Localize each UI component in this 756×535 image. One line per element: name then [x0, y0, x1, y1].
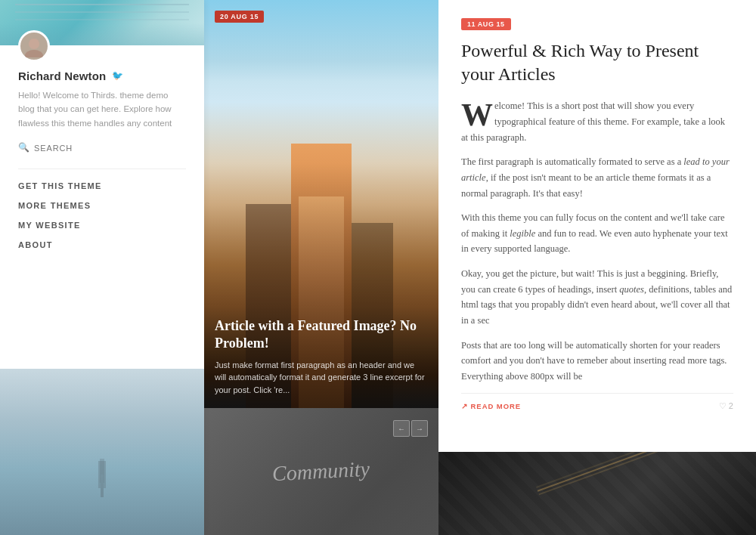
- article-para-2: With this theme you can fully focus on t…: [461, 210, 733, 257]
- article-footer: ↗ READ MORE ♡ 2: [461, 393, 733, 411]
- article-para-0: W elcome! This is a short post that will…: [461, 98, 733, 145]
- nav-arrows: ← →: [393, 420, 428, 437]
- dropcap-letter: W: [461, 103, 493, 128]
- featured-title: Article with a Featured Image? No Proble…: [215, 317, 428, 353]
- author-name: Richard Newton: [18, 70, 106, 82]
- search-input[interactable]: [34, 144, 186, 153]
- article-body: W elcome! This is a short post that will…: [461, 98, 733, 384]
- nav-my-website[interactable]: MY WEBSITE: [18, 221, 186, 230]
- article-para-3: Okay, you get the picture, but wait! Thi…: [461, 266, 733, 329]
- sidebar-divider: [18, 169, 186, 169]
- search-row: 🔍: [0, 142, 204, 153]
- article-para-4: Posts that are too long will be automati…: [461, 338, 733, 385]
- author-bio: Hello! Welcome to Thirds. theme demo blo…: [18, 88, 186, 130]
- featured-date-badge: 20 AUG 15: [215, 11, 264, 23]
- article-para-0-text: elcome! This is a short post that will s…: [461, 101, 725, 142]
- middle-bottom-image: ← → Community: [204, 408, 438, 535]
- like-count[interactable]: ♡ 2: [719, 401, 733, 411]
- sidebar: Richard Newton 🐦 Hello! Welcome to Third…: [0, 0, 204, 535]
- right-bottom-image: [438, 452, 756, 535]
- read-more-link[interactable]: ↗ READ MORE: [461, 402, 521, 410]
- sidebar-info: Richard Newton 🐦 Hello! Welcome to Third…: [0, 62, 204, 142]
- sidebar-bottom-image: [0, 369, 204, 535]
- twitter-icon[interactable]: 🐦: [112, 70, 123, 82]
- avatar: [18, 30, 50, 62]
- next-arrow[interactable]: →: [411, 420, 428, 437]
- author-name-row: Richard Newton 🐦: [18, 70, 186, 82]
- featured-text: Article with a Featured Image? No Proble…: [215, 317, 428, 396]
- prev-arrow[interactable]: ←: [393, 420, 410, 437]
- community-text: Community: [272, 457, 371, 487]
- article-para-1: The first paragraph is automatically for…: [461, 154, 733, 201]
- right-column: 11 AUG 15 Powerful & Rich Way to Present…: [438, 0, 756, 535]
- featured-article: 20 AUG 15 Article with a Featured Image?…: [204, 0, 438, 408]
- featured-excerpt: Just make format first paragraph as an h…: [215, 359, 428, 397]
- sidebar-nav: GET THIS THEME MORE THEMES MY WEBSITE AB…: [0, 181, 204, 249]
- article-title: Powerful & Rich Way to Present your Arti…: [461, 39, 733, 86]
- italic-text-1: lead to your article: [461, 156, 730, 183]
- avatar-wrap: [0, 30, 204, 62]
- nav-about[interactable]: ABOUT: [18, 240, 186, 249]
- italic-text-3: quotes: [619, 284, 644, 295]
- nav-more-themes[interactable]: MORE THEMES: [18, 201, 186, 210]
- svg-point-0: [29, 39, 39, 49]
- svg-point-1: [25, 50, 43, 57]
- search-icon: 🔍: [18, 142, 29, 153]
- nav-get-theme[interactable]: GET THIS THEME: [18, 181, 186, 190]
- middle-column: 20 AUG 15 Article with a Featured Image?…: [204, 0, 438, 535]
- article-date-badge: 11 AUG 15: [461, 18, 511, 30]
- italic-text-2: legible: [510, 228, 535, 239]
